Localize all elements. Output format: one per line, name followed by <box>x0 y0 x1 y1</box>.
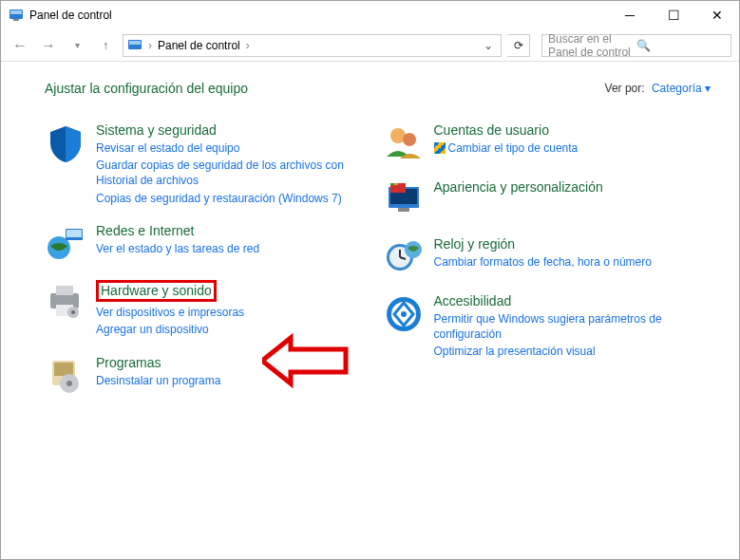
programs-icon <box>45 355 86 397</box>
address-bar[interactable]: › Panel de control › ⌄ <box>123 34 502 57</box>
category-accessibility: Accesibilidad Permitir que Windows sugie… <box>383 293 712 362</box>
svg-rect-22 <box>390 183 394 185</box>
hardware-sound-link[interactable]: Hardware y sonido <box>101 284 212 298</box>
monitor-icon <box>383 179 425 221</box>
close-button[interactable]: ✕ <box>695 1 739 29</box>
svg-rect-7 <box>66 230 82 237</box>
date-format-link[interactable]: Cambiar formatos de fecha, hora o número <box>434 254 712 270</box>
view-by[interactable]: Ver por: Categoría ▾ <box>605 82 711 95</box>
users-icon <box>383 122 425 164</box>
breadcrumb[interactable]: Panel de control <box>158 39 240 52</box>
system-security-link[interactable]: Sistema y seguridad <box>96 122 373 138</box>
content-area: Ajustar la configuración del equipo Ver … <box>1 62 739 431</box>
search-placeholder: Buscar en el Panel de control <box>548 32 636 59</box>
svg-rect-2 <box>13 19 19 21</box>
forward-button[interactable]: → <box>37 34 60 57</box>
review-status-link[interactable]: Revisar el estado del equipo <box>96 140 373 156</box>
user-accounts-link[interactable]: Cuentas de usuario <box>434 122 712 138</box>
nav-bar: ← → ▾ ↑ › Panel de control › ⌄ ⟳ Buscar … <box>1 29 739 62</box>
category-user-accounts: Cuentas de usuario Cambiar el tipo de cu… <box>383 122 712 164</box>
optimize-visual-link[interactable]: Optimizar la presentación visual <box>434 344 712 359</box>
breadcrumb-sep[interactable]: › <box>244 39 252 52</box>
left-column: Sistema y seguridad Revisar el estado de… <box>45 122 373 412</box>
clock-region-link[interactable]: Reloj y región <box>434 236 712 252</box>
uninstall-link[interactable]: Desinstalar un programa <box>96 373 373 388</box>
svg-rect-4 <box>129 41 141 45</box>
svg-rect-23 <box>394 183 398 185</box>
up-button[interactable]: ↑ <box>94 34 117 57</box>
category-system-security: Sistema y seguridad Revisar el estado de… <box>45 122 373 208</box>
title-bar: Panel de control ─ ☐ ✕ <box>1 1 739 29</box>
hardware-sound-highlight: Hardware y sonido <box>96 280 217 302</box>
viewby-label: Ver por: <box>605 82 645 95</box>
clock-icon <box>383 236 425 278</box>
category-programs: Programas Desinstalar un programa <box>45 355 373 397</box>
printer-icon <box>45 280 86 322</box>
address-dropdown[interactable]: ⌄ <box>480 39 497 52</box>
suggest-params-link[interactable]: Permitir que Windows sugiera parámetros … <box>434 311 712 342</box>
svg-point-18 <box>403 133 416 146</box>
refresh-button[interactable]: ⟳ <box>507 34 530 57</box>
svg-rect-14 <box>54 363 73 376</box>
right-column: Cuentas de usuario Cambiar el tipo de cu… <box>383 122 712 412</box>
category-appearance: Apariencia y personalización <box>383 179 712 221</box>
control-panel-icon <box>127 38 142 53</box>
svg-point-12 <box>71 310 75 314</box>
add-device-link[interactable]: Agregar un dispositivo <box>96 322 373 337</box>
svg-rect-9 <box>56 286 73 295</box>
recent-dropdown[interactable]: ▾ <box>66 34 88 57</box>
network-status-link[interactable]: Ver el estado y las tareas de red <box>96 241 373 256</box>
shield-icon <box>45 122 86 164</box>
svg-point-16 <box>66 381 72 386</box>
search-input[interactable]: Buscar en el Panel de control 🔍 <box>541 34 731 57</box>
maximize-button[interactable]: ☐ <box>652 1 695 29</box>
file-history-link[interactable]: Guardar copias de seguridad de los archi… <box>96 158 373 188</box>
category-clock-region: Reloj y región Cambiar formatos de fecha… <box>383 236 712 278</box>
search-icon: 🔍 <box>636 39 725 52</box>
accessibility-link[interactable]: Accesibilidad <box>434 293 712 308</box>
window-title: Panel de control <box>29 9 608 22</box>
devices-printers-link[interactable]: Ver dispositivos e impresoras <box>96 305 373 320</box>
category-hardware-sound: Hardware y sonido Ver dispositivos e imp… <box>45 280 373 340</box>
back-button[interactable]: ← <box>9 34 31 57</box>
change-account-type-link[interactable]: Cambiar el tipo de cuenta <box>434 140 712 156</box>
svg-rect-24 <box>398 208 409 212</box>
svg-rect-1 <box>10 10 22 14</box>
minimize-button[interactable]: ─ <box>608 1 652 29</box>
category-network: Redes e Internet Ver el estado y las tar… <box>45 223 373 265</box>
svg-point-32 <box>401 311 407 317</box>
chevron-down-icon: ▾ <box>705 82 711 95</box>
globe-icon <box>45 223 86 265</box>
backup-restore-link[interactable]: Copias de seguridad y restauración (Wind… <box>96 191 373 206</box>
appearance-link[interactable]: Apariencia y personalización <box>434 179 712 195</box>
control-panel-icon <box>9 8 24 23</box>
programs-link[interactable]: Programas <box>96 355 373 370</box>
accessibility-icon <box>383 293 425 335</box>
network-link[interactable]: Redes e Internet <box>96 223 373 238</box>
viewby-value[interactable]: Categoría <box>652 82 702 95</box>
page-title: Ajustar la configuración del equipo <box>45 81 605 96</box>
breadcrumb-sep[interactable]: › <box>146 39 154 52</box>
